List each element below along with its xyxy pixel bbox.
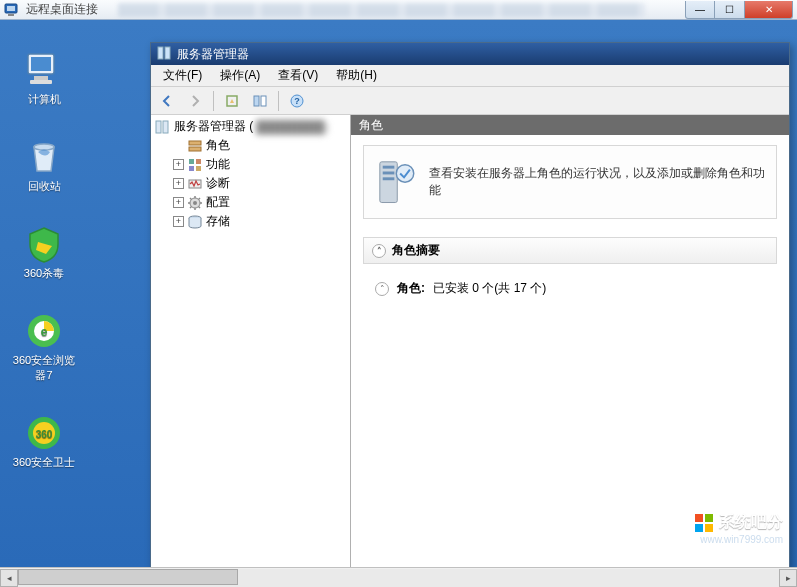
roles-count-row: ˄ 角色: 已安装 0 个(共 17 个) [363,278,777,299]
section-title: 角色摘要 [392,242,440,259]
expand-icon[interactable]: + [173,159,184,170]
desktop-icon-computer[interactable]: 计算机 [10,50,78,107]
svg-rect-17 [254,96,259,106]
tree-node-configuration[interactable]: + 配置 [171,193,348,212]
desktop-icons: 计算机 回收站 360杀毒 e 360安全浏览器7 360 360安全卫士 [10,50,78,470]
recycle-bin-icon [24,137,64,177]
window-controls: — ☐ ✕ [685,1,793,19]
storage-icon [187,214,203,230]
horizontal-scrollbar[interactable]: ◂ ▸ [0,567,797,587]
nav-back-button[interactable] [155,90,179,112]
server-manager-window: 服务器管理器 文件(F) 操作(A) 查看(V) 帮助(H) ? 服务器管理器 … [150,42,790,582]
collapse-icon[interactable]: ˄ [375,282,389,296]
toolbar-separator [278,91,279,111]
scroll-thumb[interactable] [18,569,238,585]
roles-count-value: 已安装 0 个(共 17 个) [433,280,546,297]
svg-rect-18 [261,96,266,106]
menu-help[interactable]: 帮助(H) [328,65,385,86]
server-manager-body: 服务器管理器 ( ████████) 角色 + 功能 + [151,115,789,581]
properties-button[interactable] [248,90,272,112]
svg-rect-15 [165,47,170,59]
roles-intro-box: 查看安装在服务器上角色的运行状况，以及添加或删除角色和功能 [363,145,777,219]
watermark-url: www.win7999.com [700,534,783,545]
svg-point-31 [193,201,197,205]
menu-file[interactable]: 文件(F) [155,65,210,86]
desktop-icon-360-safeguard[interactable]: 360 360安全卫士 [10,413,78,470]
tree-node-label: 存储 [206,213,230,230]
tree-node-label: 角色 [206,137,230,154]
expand-icon[interactable]: + [173,216,184,227]
svg-rect-1 [7,6,15,11]
toolbar: ? [151,87,789,115]
scroll-left-button[interactable]: ◂ [0,569,18,587]
help-button[interactable]: ? [285,90,309,112]
collapse-icon[interactable]: ˄ [372,244,386,258]
watermark-brand: 系统吧分 [719,512,783,533]
svg-text:?: ? [294,96,300,106]
desktop-icon-360-antivirus[interactable]: 360杀毒 [10,224,78,281]
tree-node-roles[interactable]: 角色 [171,136,348,155]
shield-icon [24,224,64,264]
features-icon [187,157,203,173]
svg-rect-25 [189,159,194,164]
section-roles-summary[interactable]: ˄ 角色摘要 [363,237,777,264]
maximize-button[interactable]: ☐ [715,1,745,19]
gear-icon [187,195,203,211]
rdp-icon [4,2,20,18]
server-manager-title: 服务器管理器 [177,46,249,63]
minimize-button[interactable]: — [685,1,715,19]
safeguard-icon: 360 [24,413,64,453]
desktop-icon-360-browser[interactable]: e 360安全浏览器7 [10,311,78,383]
svg-rect-21 [156,121,161,133]
menu-action[interactable]: 操作(A) [212,65,268,86]
close-button[interactable]: ✕ [745,1,793,19]
watermark: 系统吧分 [695,512,783,533]
svg-rect-28 [196,166,201,171]
menubar: 文件(F) 操作(A) 查看(V) 帮助(H) [151,65,789,87]
svg-point-37 [396,165,413,182]
browser-icon: e [24,311,64,351]
tree-node-label: 功能 [206,156,230,173]
tree-root-server-manager[interactable]: 服务器管理器 ( ████████) [153,117,348,136]
expand-icon[interactable]: + [173,178,184,189]
roles-icon [187,138,203,154]
rdp-background-tabs-blur [118,3,645,17]
svg-rect-22 [163,121,168,133]
svg-rect-23 [189,141,201,145]
toolbar-separator [213,91,214,111]
svg-rect-4 [31,57,51,71]
server-art-icon [374,156,417,208]
svg-text:e: e [41,325,48,339]
desktop-icon-label: 360杀毒 [24,266,64,281]
svg-rect-36 [383,177,395,180]
navigation-tree[interactable]: 服务器管理器 ( ████████) 角色 + 功能 + [151,115,351,581]
refresh-button[interactable] [220,90,244,112]
desktop-icon-label: 回收站 [28,179,61,194]
desktop-icon-label: 360安全浏览器7 [10,353,78,383]
server-manager-titlebar[interactable]: 服务器管理器 [151,43,789,65]
rdp-titlebar: 远程桌面连接 — ☐ ✕ [0,0,797,20]
tree-node-features[interactable]: + 功能 [171,155,348,174]
tree-node-label: 诊断 [206,175,230,192]
expand-icon[interactable]: + [173,197,184,208]
content-header-roles: 角色 [351,115,789,135]
scroll-right-button[interactable]: ▸ [779,569,797,587]
server-icon [155,119,171,135]
computer-icon [24,50,64,90]
server-manager-icon [157,46,171,63]
svg-text:360: 360 [36,429,53,440]
svg-rect-34 [383,166,395,169]
rdp-title: 远程桌面连接 [26,1,98,18]
tree-node-storage[interactable]: + 存储 [171,212,348,231]
diagnostics-icon [187,176,203,192]
desktop-icon-recycle-bin[interactable]: 回收站 [10,137,78,194]
desktop-icon-label: 360安全卫士 [13,455,75,470]
scroll-track[interactable] [18,569,779,587]
svg-rect-35 [383,172,395,175]
tree-root-label: 服务器管理器 ( [174,118,253,135]
tree-node-diagnostics[interactable]: + 诊断 [171,174,348,193]
nav-forward-button[interactable] [183,90,207,112]
roles-intro-text: 查看安装在服务器上角色的运行状况，以及添加或删除角色和功能 [429,165,766,199]
svg-rect-26 [196,159,201,164]
menu-view[interactable]: 查看(V) [270,65,326,86]
